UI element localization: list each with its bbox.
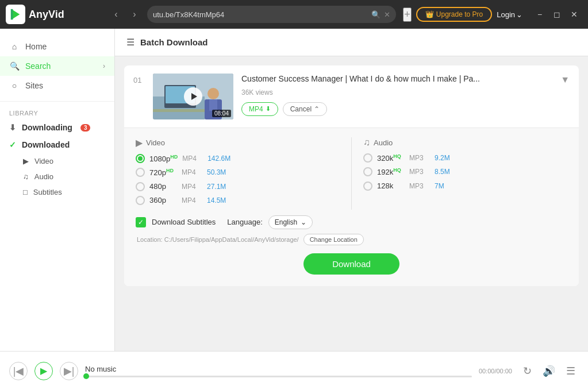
subtitles-icon: □: [23, 188, 28, 196]
video-card: 01: [124, 65, 579, 286]
player-progress-fill: [85, 376, 86, 377]
download-button[interactable]: Download: [303, 253, 399, 275]
player-title: No music: [85, 365, 472, 373]
maximize-button[interactable]: ◻: [549, 6, 565, 22]
format-row-480p[interactable]: 480p MP4 27.1M: [136, 182, 340, 191]
library-label: Library: [0, 105, 114, 119]
downloading-badge: 3: [80, 124, 91, 132]
radio-320k[interactable]: [363, 153, 372, 163]
radio-480p[interactable]: [136, 182, 145, 191]
change-location-button[interactable]: Change Location: [303, 234, 364, 245]
next-button[interactable]: ▶|: [60, 362, 78, 380]
subtitle-row: ✓ Download Subtitles Language: English ⌄: [136, 215, 567, 229]
chevron-down-icon: ⌄: [516, 10, 522, 19]
play-pause-button[interactable]: ▶: [34, 362, 53, 380]
audio-format-column: ♫ Audio 320kHQ MP3 9.2M: [363, 137, 567, 210]
audio-icon: ♫: [23, 172, 29, 181]
format-row-192k[interactable]: 192kHQ MP3 8.5M: [363, 167, 567, 176]
player-time: 00:00/00:00: [479, 368, 512, 374]
add-tab-button[interactable]: +: [403, 7, 412, 22]
radio-128k[interactable]: [363, 182, 372, 191]
subtitle-label: Download Subtitles: [152, 218, 216, 226]
format-label: MP4: [249, 105, 263, 113]
chevron-down-icon: ⌄: [301, 218, 306, 226]
sites-icon: ○: [9, 80, 20, 91]
sidebar-item-video[interactable]: ▶ Video: [0, 153, 114, 169]
duration-badge: 08:04: [212, 110, 231, 117]
batch-download-icon: ☰: [126, 37, 134, 48]
progress-dot: [83, 373, 89, 379]
minimize-button[interactable]: −: [532, 6, 548, 22]
video-col-icon: ▶: [136, 137, 143, 148]
close-tab-icon[interactable]: ✕: [384, 10, 390, 19]
format-row-720p[interactable]: 720pHD MP4 50.3M: [136, 168, 340, 177]
sidebar-divider: [0, 101, 114, 102]
download-arrow-icon: ⬇: [9, 123, 16, 132]
forward-button[interactable]: ›: [126, 6, 143, 22]
content-area: ☰ Batch Download 01: [115, 29, 588, 351]
format-row-360p[interactable]: 360p MP4 14.5M: [136, 196, 340, 205]
address-text: utu.be/Tx8K4tmMp64: [153, 10, 368, 19]
subtitle-checkbox[interactable]: ✓: [136, 217, 146, 227]
upgrade-button[interactable]: 👑 Upgrade to Pro: [416, 7, 492, 22]
radio-192k[interactable]: [363, 167, 372, 176]
download-icon: ⬇: [266, 105, 271, 113]
svg-rect-1: [11, 9, 13, 20]
video-col-header: ▶ Video: [136, 137, 340, 148]
video-header: 01: [124, 65, 579, 128]
thumbnail: 08:04: [153, 74, 233, 119]
close-button[interactable]: ✕: [566, 6, 582, 22]
sidebar-item-sites[interactable]: ○ Sites: [0, 76, 114, 95]
sidebar-item-home[interactable]: ⌂ Home: [0, 37, 114, 56]
format-select-button[interactable]: MP4 ⬇: [241, 102, 278, 116]
sidebar-item-audio[interactable]: ♫ Audio: [0, 169, 114, 184]
sidebar-item-downloaded[interactable]: ✓ Downloaded: [0, 136, 114, 153]
search-address-icon[interactable]: 🔍: [371, 10, 381, 19]
item-number: 01: [133, 76, 145, 84]
video-title: Customer Success Manager | What I do & h…: [241, 74, 552, 85]
audio-col-icon: ♫: [363, 137, 370, 148]
video-actions: MP4 ⬇ Cancel ⌃: [241, 102, 552, 116]
radio-1080p[interactable]: [136, 154, 145, 163]
format-row-320k[interactable]: 320kHQ MP3 9.2M: [363, 153, 567, 163]
language-label: Language:: [227, 218, 262, 226]
language-value: English: [275, 218, 297, 226]
nav-arrows: ‹ ›: [108, 6, 143, 22]
radio-inner: [138, 156, 143, 161]
app-logo: AnyVid: [6, 5, 103, 24]
radio-360p[interactable]: [136, 196, 145, 205]
video-format-column: ▶ Video 1080pHD MP4 142.6M: [136, 137, 340, 210]
topbar: AnyVid ‹ › utu.be/Tx8K4tmMp64 🔍 ✕ + 👑 Up…: [0, 0, 588, 29]
sidebar-item-search[interactable]: 🔍 Search ›: [0, 56, 114, 76]
login-button[interactable]: Login ⌄: [497, 10, 522, 19]
cancel-button[interactable]: Cancel ⌃: [283, 102, 327, 116]
window-controls: − ◻ ✕: [532, 6, 582, 22]
main-layout: ⌂ Home 🔍 Search › ○ Sites Library ⬇ Down…: [0, 29, 588, 351]
sidebar-item-downloading[interactable]: ⬇ Downloading 3: [0, 119, 114, 136]
location-row: Location: C:/Users/Filippa/AppData/Local…: [136, 234, 567, 245]
playlist-button[interactable]: ☰: [563, 363, 579, 379]
back-button[interactable]: ‹: [108, 6, 124, 22]
language-dropdown[interactable]: English ⌄: [268, 215, 313, 229]
audio-col-header: ♫ Audio: [363, 137, 567, 148]
repeat-button[interactable]: ↻: [519, 363, 535, 379]
volume-button[interactable]: 🔊: [541, 363, 557, 379]
sidebar-nav: ⌂ Home 🔍 Search › ○ Sites: [0, 34, 114, 98]
player-bar: |◀ ▶ ▶| No music 00:00/00:00 ↻ 🔊 ☰: [0, 351, 588, 390]
player-progress-bar[interactable]: [85, 376, 472, 377]
chevron-right-icon: ›: [103, 62, 105, 70]
video-icon: ▶: [23, 157, 29, 165]
search-icon: 🔍: [9, 61, 20, 71]
dropdown-arrow-icon[interactable]: ▼: [560, 75, 570, 85]
format-row-1080p[interactable]: 1080pHD MP4 142.6M: [136, 154, 340, 163]
crown-icon: 👑: [425, 10, 434, 18]
player-icons: ↻ 🔊 ☰: [519, 363, 579, 379]
radio-720p[interactable]: [136, 168, 145, 177]
video-info: Customer Success Manager | What I do & h…: [241, 74, 552, 116]
address-bar[interactable]: utu.be/Tx8K4tmMp64 🔍 ✕: [147, 6, 396, 23]
format-row-128k[interactable]: 128k MP3 7M: [363, 182, 567, 191]
sidebar-item-subtitles[interactable]: □ Subtitles: [0, 184, 114, 200]
format-panel: ▶ Video 1080pHD MP4 142.6M: [124, 128, 579, 286]
play-button[interactable]: [184, 87, 202, 106]
prev-button[interactable]: |◀: [9, 362, 28, 380]
